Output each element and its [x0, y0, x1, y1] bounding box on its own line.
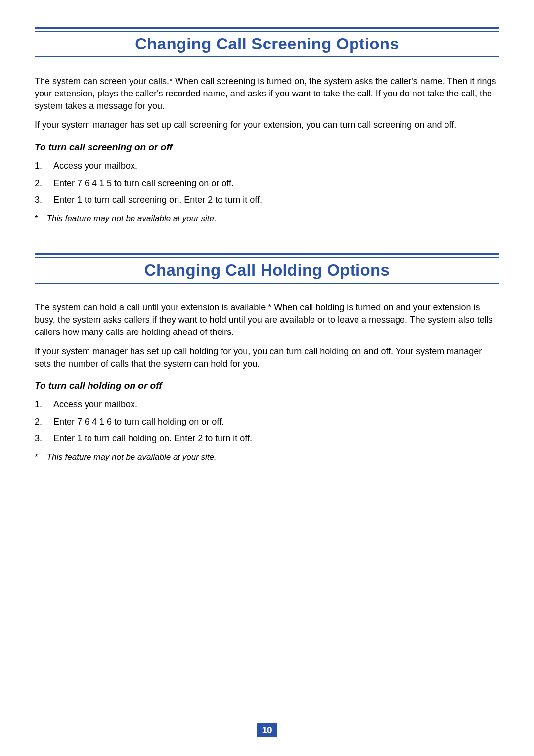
list-item: 1. Access your mailbox.: [35, 160, 499, 172]
section-gap: [35, 224, 499, 253]
step-text: Enter 1 to turn call screening on. Enter…: [53, 194, 499, 206]
section-2-inner-line: Changing Call Holding Options: [35, 257, 499, 280]
footnote-text: This feature may not be available at you…: [47, 452, 217, 462]
section-2-title: Changing Call Holding Options: [35, 261, 499, 280]
step-text: Enter 7 6 4 1 6 to turn call holding on …: [53, 416, 499, 427]
section-1-title-rule: Changing Call Screening Options: [35, 27, 499, 57]
section-1-paragraph-1: The system can screen your calls.* When …: [35, 75, 499, 112]
step-number: 2.: [35, 416, 53, 427]
footnote-text: This feature may not be available at you…: [47, 214, 217, 223]
list-item: 2. Enter 7 6 4 1 5 to turn call screenin…: [35, 177, 499, 189]
document-page: Changing Call Screening Options The syst…: [0, 0, 534, 756]
step-number: 2.: [35, 177, 53, 189]
list-item: 3. Enter 1 to turn call screening on. En…: [35, 194, 499, 206]
footnote-marker: *: [35, 452, 44, 462]
step-number: 3.: [35, 432, 53, 444]
step-text: Enter 1 to turn call holding on. Enter 2…: [53, 432, 499, 444]
section-2-steps: 1. Access your mailbox. 2. Enter 7 6 4 1…: [35, 398, 499, 444]
section-2-paragraph-1: The system can hold a call until your ex…: [35, 301, 499, 338]
step-text: Access your mailbox.: [53, 160, 499, 172]
section-2-subhead: To turn call holding on or off: [35, 380, 499, 391]
section-2-title-rule: Changing Call Holding Options: [35, 253, 499, 284]
section-1-paragraph-2: If your system manager has set up call s…: [35, 119, 499, 131]
step-text: Access your mailbox.: [53, 398, 499, 410]
step-text: Enter 7 6 4 1 5 to turn call screening o…: [53, 177, 499, 189]
list-item: 1. Access your mailbox.: [35, 398, 499, 410]
section-1-inner-line: Changing Call Screening Options: [35, 31, 499, 53]
page-number: 10: [257, 723, 277, 737]
footnote-marker: *: [35, 214, 44, 224]
section-1-title: Changing Call Screening Options: [35, 35, 499, 53]
section-1-subhead: To turn call screening on or off: [35, 142, 499, 153]
section-2-paragraph-2: If your system manager has set up call h…: [35, 345, 499, 370]
step-number: 1.: [35, 160, 53, 172]
list-item: 3. Enter 1 to turn call holding on. Ente…: [35, 432, 499, 444]
list-item: 2. Enter 7 6 4 1 6 to turn call holding …: [35, 416, 499, 427]
section-1-footnote: * This feature may not be available at y…: [35, 214, 499, 224]
section-1-steps: 1. Access your mailbox. 2. Enter 7 6 4 1…: [35, 160, 499, 206]
step-number: 3.: [35, 194, 53, 206]
step-number: 1.: [35, 398, 53, 410]
section-2-footnote: * This feature may not be available at y…: [35, 452, 499, 462]
